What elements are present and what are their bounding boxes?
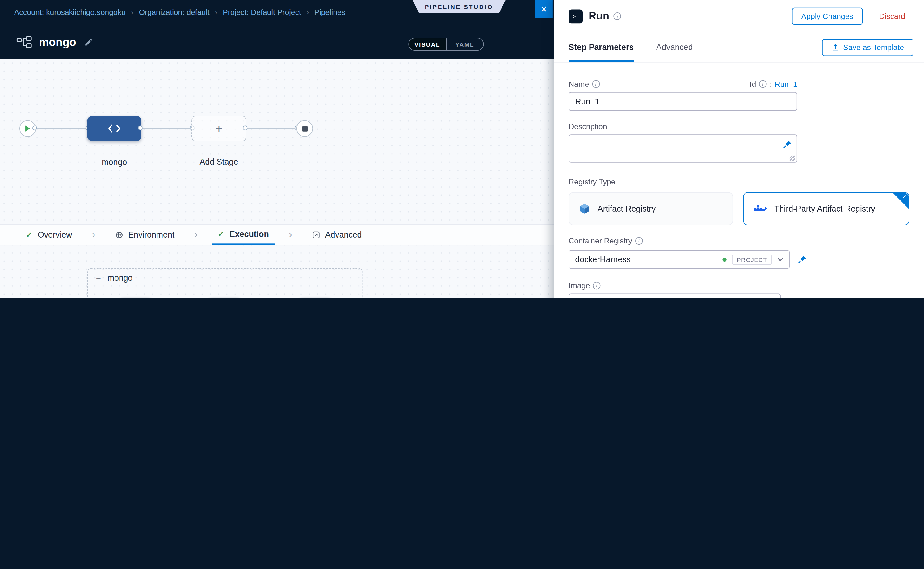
- registry-option-label: Third-Party Artifact Registry: [774, 204, 875, 213]
- registry-type-label: Registry Type: [568, 177, 924, 187]
- step-id: Id : Run_1: [750, 79, 797, 88]
- visual-toggle[interactable]: VISUAL: [409, 38, 445, 50]
- edge: [142, 128, 190, 128]
- pipeline-end-node: [296, 120, 313, 137]
- chevron-right-icon: ›: [306, 8, 309, 17]
- edge: [36, 128, 86, 128]
- yaml-toggle[interactable]: YAML: [446, 38, 483, 50]
- step-id-value[interactable]: Run_1: [775, 79, 797, 88]
- container-registry-select[interactable]: dockerHarness PROJECT: [568, 250, 790, 269]
- tab-step-parameters[interactable]: Step Parameters: [568, 32, 634, 62]
- tab-label: Overview: [38, 230, 72, 239]
- advanced-icon: [312, 231, 320, 239]
- tab-overview[interactable]: Overview: [20, 225, 78, 245]
- discard-button[interactable]: Discard: [875, 11, 909, 21]
- stage-node-mongo[interactable]: [87, 116, 141, 141]
- stage-group-header: mongo: [96, 273, 132, 283]
- add-step-button[interactable]: [414, 298, 453, 298]
- panel-tabs: Step Parameters Advanced Save as Templat…: [554, 32, 924, 62]
- name-input[interactable]: [568, 92, 797, 111]
- description-input[interactable]: [568, 134, 797, 163]
- step-config-panel: Run Apply Changes Discard Step Parameter…: [554, 0, 924, 298]
- breadcrumb-account[interactable]: Account: kurosakiichigo.songoku: [14, 8, 126, 17]
- step-node-gitclone-1[interactable]: [118, 298, 153, 298]
- info-icon[interactable]: [592, 80, 600, 88]
- chevron-down-icon: [777, 258, 783, 261]
- chevron-right-icon: [289, 225, 292, 245]
- description-label: Description: [568, 122, 924, 131]
- pipeline-icon: [17, 36, 32, 49]
- registry-option-third-party[interactable]: Third-Party Artifact Registry: [743, 192, 909, 225]
- chevron-right-icon: ›: [131, 8, 134, 17]
- environment-icon: [115, 231, 123, 239]
- name-label: Name: [568, 79, 600, 89]
- info-icon[interactable]: [613, 12, 621, 20]
- info-icon[interactable]: [593, 281, 601, 289]
- pipeline-studio: Account: kurosakiichigo.songoku › Organi…: [0, 0, 924, 298]
- save-as-template-button[interactable]: Save as Template: [822, 39, 913, 56]
- tab-label: Advanced: [325, 230, 362, 239]
- panel-title: Run: [589, 10, 609, 22]
- breadcrumb: Account: kurosakiichigo.songoku › Organi…: [14, 8, 346, 17]
- pipeline-studio-badge: PIPELINE STUDIO: [413, 0, 506, 13]
- collapse-icon[interactable]: [96, 273, 101, 283]
- step-node-run-1[interactable]: [207, 298, 242, 298]
- panel-header: Run Apply Changes Discard: [554, 0, 924, 32]
- panel-content: Name Id : Run_1 Description Registry Typ…: [554, 62, 924, 298]
- info-icon[interactable]: [759, 80, 767, 88]
- breadcrumb-project[interactable]: Project: Default Project: [223, 8, 301, 17]
- status-dot: [723, 257, 726, 261]
- pin-icon[interactable]: [783, 140, 792, 149]
- group-label: mongo: [108, 273, 133, 283]
- add-stage-label: Add Stage: [191, 157, 246, 166]
- selected-check-icon: [902, 193, 907, 200]
- pipeline-section-tabs: Overview Environment Execution Advanced: [0, 224, 554, 245]
- play-icon: [25, 125, 30, 132]
- registry-type-options: Artifact Registry Third-Party Artifact R…: [568, 192, 924, 225]
- breadcrumb-organization[interactable]: Organization: default: [139, 8, 210, 17]
- terminal-icon: [568, 9, 583, 23]
- check-icon: [218, 230, 224, 239]
- chevron-right-icon: [195, 225, 198, 245]
- chevron-right-icon: [92, 225, 95, 245]
- check-icon: [26, 230, 32, 239]
- resize-grip[interactable]: [790, 156, 795, 161]
- registry-option-artifact[interactable]: Artifact Registry: [568, 192, 733, 225]
- container-registry-label: Container Registry: [568, 236, 924, 246]
- top-bar: Account: kurosakiichigo.songoku › Organi…: [0, 0, 554, 26]
- pipeline-canvas: mongo Add Stage Overview Environment: [0, 59, 554, 298]
- plus-icon: [216, 122, 222, 135]
- tab-advanced[interactable]: Advanced: [306, 225, 368, 245]
- tab-advanced-panel[interactable]: Advanced: [656, 32, 693, 62]
- add-stage-button[interactable]: [191, 116, 246, 141]
- scope-badge: PROJECT: [732, 254, 772, 265]
- info-icon[interactable]: [635, 237, 643, 244]
- stop-icon: [302, 126, 307, 131]
- tab-label: Execution: [229, 230, 269, 239]
- breadcrumb-pipelines[interactable]: Pipelines: [315, 8, 346, 17]
- step-node-run-2[interactable]: [298, 298, 333, 298]
- image-input[interactable]: [568, 294, 781, 298]
- docker-icon: [753, 203, 767, 215]
- visual-yaml-toggle: VISUAL YAML: [408, 38, 483, 51]
- apply-changes-button[interactable]: Apply Changes: [792, 8, 863, 25]
- tab-execution[interactable]: Execution: [212, 225, 275, 245]
- edit-icon[interactable]: [84, 38, 93, 47]
- stage-icon: [108, 123, 121, 134]
- chevron-right-icon: ›: [215, 8, 217, 17]
- artifact-registry-icon: [579, 203, 590, 215]
- image-label: Image: [568, 281, 924, 291]
- container-registry-value: dockerHarness: [575, 255, 723, 265]
- tab-environment[interactable]: Environment: [109, 225, 180, 245]
- edge: [247, 128, 295, 128]
- tab-label: Environment: [128, 230, 175, 239]
- close-icon[interactable]: [535, 0, 553, 18]
- registry-option-label: Artifact Registry: [597, 204, 656, 213]
- stage-node-label: mongo: [87, 158, 141, 167]
- save-as-template-label: Save as Template: [843, 43, 904, 52]
- pin-icon[interactable]: [797, 255, 807, 265]
- pipeline-title: mongo: [39, 36, 76, 49]
- template-icon: [831, 43, 839, 51]
